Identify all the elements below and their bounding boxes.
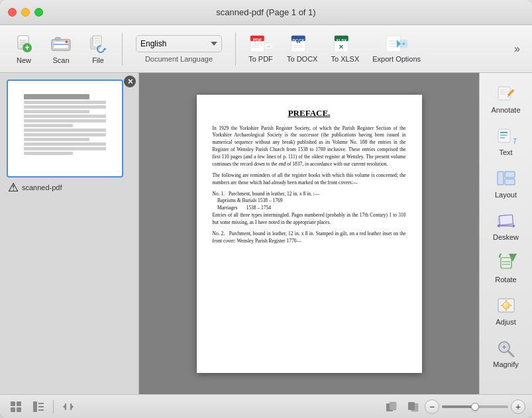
export-options-label: Export Options xyxy=(372,55,421,63)
file-button[interactable]: File xyxy=(81,29,115,68)
svg-rect-16 xyxy=(95,42,100,43)
svg-rect-76 xyxy=(17,401,21,406)
file-label: File xyxy=(92,56,104,64)
scan-button[interactable]: Scan xyxy=(44,29,78,68)
svg-rect-10 xyxy=(56,38,61,40)
layout-icon xyxy=(494,168,518,188)
doc-paragraph-1: In 1929 the Yorkshire Parish Register So… xyxy=(213,125,406,168)
page-prev-button[interactable] xyxy=(382,398,401,415)
doc-preview-line xyxy=(24,101,106,104)
zoom-slider[interactable] xyxy=(442,405,508,408)
titlebar: scanned-pdf (Page 1 of 1) xyxy=(0,0,532,25)
main-window: scanned-pdf (Page 1 of 1) xyxy=(0,0,532,418)
svg-rect-43 xyxy=(498,87,510,100)
window-title: scanned-pdf (Page 1 of 1) xyxy=(216,7,315,17)
doc-preview-line xyxy=(24,142,106,146)
svg-rect-75 xyxy=(11,401,15,406)
bottombar: − + xyxy=(0,394,532,418)
doc-title: PREFACE. xyxy=(213,108,406,119)
deskew-icon xyxy=(494,211,518,231)
doc-preview-line xyxy=(24,138,89,141)
move-pages-button[interactable] xyxy=(59,398,78,415)
layout-label: Layout xyxy=(495,191,517,199)
svg-text:✕: ✕ xyxy=(339,44,344,50)
bottom-separator-1 xyxy=(53,400,54,413)
export-options-icon: ✦ xyxy=(385,34,409,53)
svg-rect-14 xyxy=(95,38,100,39)
doc-preview-line xyxy=(24,133,106,136)
rotate-icon xyxy=(494,253,518,273)
to-docx-button[interactable]: DOCX W To DOCX xyxy=(282,30,323,67)
minimize-button[interactable] xyxy=(21,8,30,17)
new-icon: + xyxy=(13,33,34,54)
grid-view-button[interactable] xyxy=(7,398,25,415)
svg-text:PDF: PDF xyxy=(252,38,261,42)
svg-rect-48 xyxy=(498,129,510,142)
svg-rect-54 xyxy=(505,172,515,178)
svg-rect-15 xyxy=(95,40,100,41)
more-options-button[interactable]: » xyxy=(509,40,525,58)
thumbnail-close-button[interactable]: ✕ xyxy=(124,76,136,87)
new-label: New xyxy=(17,56,31,64)
svg-rect-53 xyxy=(498,172,504,185)
adjust-icon xyxy=(494,295,518,315)
layout-button[interactable]: Layout xyxy=(484,163,529,204)
doc-preview-line xyxy=(24,147,106,150)
svg-rect-9 xyxy=(54,44,69,45)
svg-marker-17 xyxy=(104,48,107,50)
magnify-icon xyxy=(494,338,518,358)
page-next-button[interactable] xyxy=(403,398,422,415)
sidebar: ✕ xyxy=(0,73,139,394)
doc-preview-line xyxy=(24,124,73,127)
to-pdf-button[interactable]: PDF → To PDF xyxy=(242,30,279,67)
adjust-button[interactable]: Adjust xyxy=(484,290,529,331)
list-view-button[interactable] xyxy=(29,398,48,415)
svg-rect-77 xyxy=(11,407,15,412)
thumbnail-item[interactable]: ✕ xyxy=(7,79,132,195)
svg-rect-57 xyxy=(499,215,513,225)
doc-preview-line xyxy=(24,105,106,109)
magnify-label: Magnify xyxy=(493,360,519,368)
svg-point-11 xyxy=(66,40,68,43)
docx-icon: DOCX W xyxy=(290,34,314,53)
doc-paragraph-4: No. 2. Parchment, bound in leather, 12 i… xyxy=(213,231,406,245)
file-icon xyxy=(87,33,109,54)
annotate-icon xyxy=(494,83,518,103)
svg-text:✦: ✦ xyxy=(401,41,405,47)
svg-marker-85 xyxy=(63,404,66,409)
text-button[interactable]: T Text xyxy=(484,121,529,162)
deskew-button[interactable]: Deskew xyxy=(484,205,529,246)
zoom-slider-track xyxy=(442,405,475,408)
doc-preview-line xyxy=(24,115,106,118)
svg-point-65 xyxy=(503,302,509,309)
svg-rect-90 xyxy=(408,402,415,410)
zoom-in-button[interactable]: + xyxy=(511,399,525,414)
rotate-button[interactable]: Rotate xyxy=(484,248,529,289)
doc-preview-line xyxy=(24,129,106,132)
traffic-lights xyxy=(8,8,43,17)
maximize-button[interactable] xyxy=(34,8,43,17)
right-panel: Annotate T Text xyxy=(479,73,532,394)
adjust-label: Adjust xyxy=(496,318,516,326)
close-button[interactable] xyxy=(8,8,17,17)
warning-icon: ⚠ xyxy=(8,180,19,195)
zoom-out-button[interactable]: − xyxy=(425,399,439,414)
text-label: Text xyxy=(499,148,512,156)
scan-label: Scan xyxy=(52,56,69,64)
magnify-button[interactable]: Magnify xyxy=(484,333,529,374)
svg-rect-78 xyxy=(17,407,21,412)
to-xlsx-button[interactable]: XLSX ✕ To XLSX xyxy=(325,30,364,67)
annotate-button[interactable]: Annotate xyxy=(484,78,529,119)
svg-text:→: → xyxy=(266,44,271,48)
zoom-slider-thumb[interactable] xyxy=(471,403,479,411)
thumbnail-warning: ⚠ scanned-pdf xyxy=(7,180,132,195)
doc-preview-line xyxy=(24,119,106,123)
new-button[interactable]: + New xyxy=(7,29,41,68)
language-select[interactable]: English French German Spanish xyxy=(136,35,222,52)
doc-paragraph-3: No. 1. Parchment, bound in leather, 12 i… xyxy=(213,191,406,227)
to-xlsx-label: To XLSX xyxy=(331,55,359,63)
export-options-button[interactable]: ✦ Export Options xyxy=(367,30,426,67)
toolbar-separator-2 xyxy=(235,32,236,66)
text-icon: T xyxy=(494,126,518,146)
document-viewer: PREFACE. In 1929 the Yorkshire Parish Re… xyxy=(139,73,479,394)
